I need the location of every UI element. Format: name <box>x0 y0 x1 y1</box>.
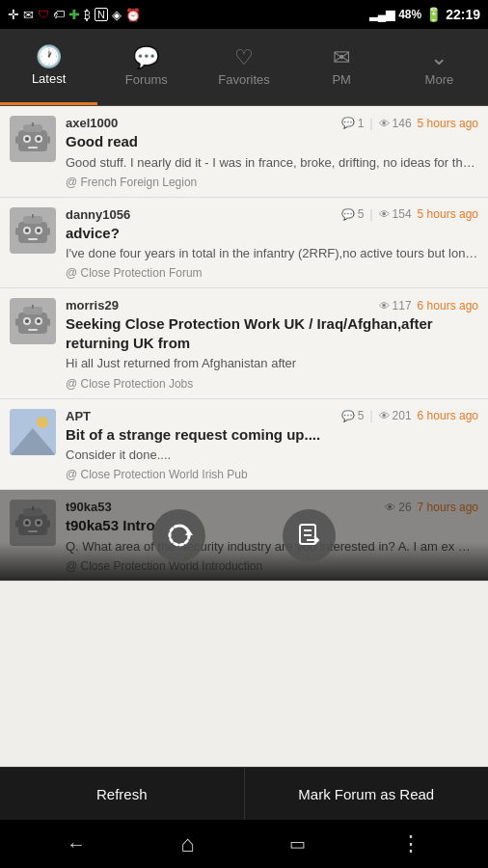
post-username: danny1056 <box>66 207 130 222</box>
svg-rect-27 <box>28 329 38 331</box>
svg-point-16 <box>37 229 41 232</box>
reply-count: 1 <box>358 117 365 130</box>
svg-rect-9 <box>46 136 50 144</box>
svg-rect-19 <box>46 228 50 235</box>
post-preview: Consider it done.... <box>66 447 478 464</box>
refresh-overlay-icon <box>152 509 205 562</box>
nav-label-pm: PM <box>332 72 351 87</box>
nav-bar: 🕐 Latest 💬 Forums ♡ Favorites ✉ PM ⌄ Mor… <box>0 29 488 106</box>
status-icons-right: ▂▄▆ 48% 🔋 22:19 <box>369 7 480 22</box>
list-item[interactable]: t90ka53 👁 26 7 hours ago t90ka53 Intro Q… <box>0 490 488 582</box>
list-item[interactable]: axel1000 💬 1 | 👁 146 5 hours ago <box>0 106 488 198</box>
view-icon: 👁 <box>379 300 390 312</box>
nav-label-favorites: Favorites <box>218 72 269 87</box>
nfc-icon: N <box>95 8 108 21</box>
avatar <box>10 409 56 455</box>
svg-point-32 <box>37 417 48 428</box>
chevron-down-icon: ⌄ <box>430 47 447 68</box>
bottom-bar: Refresh Mark Forum as Read <box>0 767 488 820</box>
nav-item-forums[interactable]: 💬 Forums <box>97 29 195 105</box>
system-nav-bar: ← ⌂ ▭ ⋮ <box>0 820 488 868</box>
post-preview: Hi all Just returned from Afghanistan af… <box>66 355 478 372</box>
svg-rect-28 <box>15 318 19 326</box>
list-item[interactable]: morris29 👁 117 6 hours ago Seeking Close… <box>0 288 488 398</box>
home-button[interactable]: ⌂ <box>180 830 195 857</box>
post-username: APT <box>66 409 91 423</box>
refresh-button[interactable]: Refresh <box>0 768 245 820</box>
svg-point-15 <box>25 229 29 232</box>
signal-icon: ▂▄▆ <box>369 8 395 21</box>
avatar <box>10 207 56 254</box>
post-forum: @ Close Protection Forum <box>66 266 478 280</box>
post-forum: @ French Foreign Legion <box>66 176 478 189</box>
overlay <box>0 490 488 581</box>
post-preview: I've done four years in total in the inf… <box>66 245 478 262</box>
post-feed: axel1000 💬 1 | 👁 146 5 hours ago <box>0 106 488 767</box>
mark-read-label: Mark Forum as Read <box>298 786 434 802</box>
svg-rect-2 <box>32 122 34 126</box>
bookmark-overlay-icon <box>283 509 336 562</box>
clock-icon: 🕐 <box>36 46 62 68</box>
mark-read-button[interactable]: Mark Forum as Read <box>245 768 489 820</box>
github-icon: ◈ <box>112 8 122 22</box>
nav-label-forums: Forums <box>125 72 168 87</box>
nav-item-more[interactable]: ⌄ More <box>391 29 488 105</box>
svg-rect-7 <box>28 147 38 149</box>
alarm-icon: ⏰ <box>125 8 141 22</box>
reply-icon: 💬 <box>341 208 355 221</box>
recents-button[interactable]: ▭ <box>289 833 306 854</box>
view-count: 117 <box>393 299 412 312</box>
tag-icon: 🏷 <box>53 8 65 21</box>
view-icon: 👁 <box>379 118 390 129</box>
post-forum: @ Close Protection Jobs <box>66 377 478 391</box>
status-bar: ✛ ✉ 🛡 🏷 ✚ ₿ N ◈ ⏰ ▂▄▆ 48% 🔋 22:19 <box>0 0 488 29</box>
menu-button[interactable]: ⋮ <box>400 831 421 856</box>
view-count: 146 <box>393 117 412 130</box>
svg-rect-8 <box>15 136 19 144</box>
post-title: Bit of a strange request coming up.... <box>66 425 478 445</box>
post-username: axel1000 <box>66 116 118 130</box>
svg-point-5 <box>25 137 29 141</box>
svg-point-25 <box>25 319 29 323</box>
back-button[interactable]: ← <box>67 833 86 855</box>
refresh-label: Refresh <box>96 786 148 802</box>
chat-icon: 💬 <box>133 47 159 68</box>
battery-percent: 48% <box>398 8 421 21</box>
nav-label-more: More <box>425 72 454 87</box>
avatar <box>10 298 56 344</box>
svg-rect-17 <box>28 238 38 240</box>
nav-item-pm[interactable]: ✉ PM <box>293 29 391 105</box>
svg-point-6 <box>37 137 41 141</box>
heart-icon: ♡ <box>234 47 254 68</box>
svg-point-26 <box>37 319 41 323</box>
view-count: 154 <box>393 207 412 221</box>
bluetooth-icon: ₿ <box>84 8 91 22</box>
list-item[interactable]: danny1056 💬 5 | 👁 154 5 hours ago <box>0 198 488 289</box>
svg-rect-12 <box>32 214 34 218</box>
nav-item-favorites[interactable]: ♡ Favorites <box>195 29 292 105</box>
mail-icon: ✉ <box>333 47 350 68</box>
svg-rect-22 <box>32 305 34 309</box>
add-icon: ✚ <box>68 7 80 22</box>
time-ago: 5 hours ago <box>418 117 478 130</box>
mcafee-icon: 🛡 <box>38 8 49 21</box>
reply-icon: 💬 <box>341 117 355 129</box>
time-ago: 6 hours ago <box>418 299 478 312</box>
list-item[interactable]: APT 💬 5 | 👁 201 6 hours ago <box>0 399 488 491</box>
time-ago: 6 hours ago <box>418 409 478 422</box>
svg-rect-18 <box>15 228 19 235</box>
email-icon: ✉ <box>23 8 34 22</box>
reply-icon: 💬 <box>341 410 355 422</box>
time: 22:19 <box>446 7 480 22</box>
svg-rect-29 <box>46 318 50 326</box>
reply-count: 5 <box>358 409 365 422</box>
status-icons-left: ✛ ✉ 🛡 🏷 ✚ ₿ N ◈ ⏰ <box>8 7 141 22</box>
time-ago: 5 hours ago <box>418 207 478 221</box>
post-title: advice? <box>66 224 478 243</box>
nav-item-latest[interactable]: 🕐 Latest <box>0 29 97 105</box>
post-preview: Good stuff. I nearly did it - I was in f… <box>66 154 478 172</box>
battery-icon: 🔋 <box>425 7 442 22</box>
post-title: Seeking Close Protection Work UK / Iraq/… <box>66 314 478 352</box>
post-username: morris29 <box>66 298 119 312</box>
view-icon: 👁 <box>379 208 390 220</box>
